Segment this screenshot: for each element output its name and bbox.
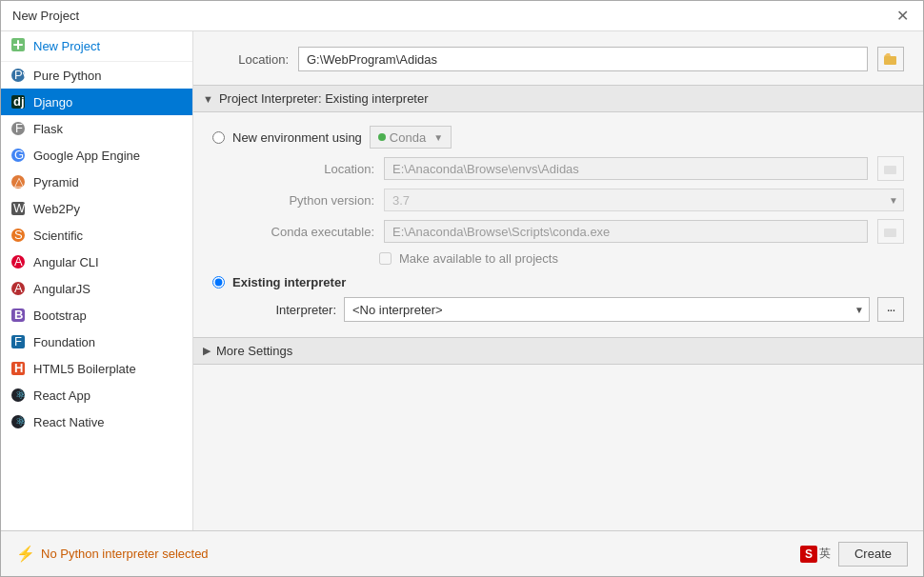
more-settings-arrow-icon: ▶ xyxy=(203,345,211,357)
pyramid-icon: △ xyxy=(10,174,26,189)
location-label: Location: xyxy=(212,52,289,67)
existing-interp-radio-row: Existing interpreter xyxy=(212,275,904,289)
sub-location-row: Location: xyxy=(241,156,904,181)
sidebar-item-google-app-engine[interactable]: G Google App Engine xyxy=(1,142,192,169)
new-project-item[interactable]: New Project xyxy=(1,31,192,62)
close-button[interactable]: ✕ xyxy=(893,7,912,26)
conda-exe-input xyxy=(384,220,868,243)
title-bar: New Project ✕ xyxy=(1,1,923,31)
svg-text:A: A xyxy=(14,281,23,295)
interpreter-select[interactable]: <No interpreter> xyxy=(344,297,870,322)
svg-rect-31 xyxy=(884,229,896,237)
sidebar-item-bootstrap[interactable]: B Bootstrap xyxy=(1,302,192,328)
foundation-icon: F xyxy=(10,334,26,349)
new-env-label[interactable]: New environment using xyxy=(232,130,362,145)
bootstrap-label: Bootstrap xyxy=(33,308,87,323)
section-collapse-arrow: ▼ xyxy=(203,93,213,105)
dialog: New Project ✕ New Project Py xyxy=(0,0,924,577)
make-available-row: Make available to all projects xyxy=(379,251,904,266)
bottom-right-area: S 英 Create xyxy=(800,542,908,567)
svg-text:H: H xyxy=(14,361,23,375)
scientific-label: Scientific xyxy=(33,229,83,243)
svg-text:S: S xyxy=(14,228,23,242)
svg-text:B: B xyxy=(14,308,23,322)
interpreter-select-row: Interpreter: <No interpreter> ▼ ··· xyxy=(241,297,904,322)
sidebar-item-foundation[interactable]: F Foundation xyxy=(1,328,192,355)
sidebar-item-pure-python[interactable]: Py Pure Python xyxy=(1,62,192,89)
flask-label: Flask xyxy=(33,122,63,136)
sogou-logo: S xyxy=(800,546,817,563)
python-version-row: Python version: 3.7 ▼ xyxy=(241,189,904,211)
existing-interp-radio[interactable] xyxy=(212,276,225,288)
svg-rect-30 xyxy=(884,166,896,174)
interpreter-section-header[interactable]: ▼ Project Interpreter: Existing interpre… xyxy=(193,85,923,112)
svg-text:W2: W2 xyxy=(13,201,26,215)
python-version-select-wrapper: 3.7 ▼ xyxy=(384,189,904,211)
svg-text:F: F xyxy=(15,121,23,135)
location-browse-button[interactable] xyxy=(877,47,904,71)
sidebar-item-web2py[interactable]: W2 Web2Py xyxy=(1,195,192,222)
python-version-label: Python version: xyxy=(241,193,374,208)
sidebar: New Project Py Pure Python dj xyxy=(1,31,193,530)
new-env-group: New environment using Conda ▼ Location: xyxy=(212,126,904,322)
svg-text:A: A xyxy=(14,254,23,269)
new-env-subform: Location: Python version: 3.7 xyxy=(241,156,904,266)
web2py-label: Web2Py xyxy=(33,202,80,216)
web2py-icon: W2 xyxy=(10,201,26,216)
angularjs-label: AngularJS xyxy=(33,282,90,296)
html5-boilerplate-icon: H xyxy=(10,361,26,376)
dialog-title: New Project xyxy=(12,9,79,23)
sidebar-item-react-app[interactable]: ⚛ React App xyxy=(1,382,192,408)
pure-python-label: Pure Python xyxy=(33,69,102,83)
interpreter-more-button[interactable]: ··· xyxy=(877,297,904,322)
svg-text:dj: dj xyxy=(13,94,25,109)
new-env-radio[interactable] xyxy=(212,131,225,144)
interpreter-label: Interpreter: xyxy=(241,303,336,317)
bootstrap-icon: B xyxy=(10,308,26,323)
conda-exe-browse-button xyxy=(877,219,904,244)
angular-cli-label: Angular CLI xyxy=(33,255,99,269)
location-input[interactable] xyxy=(298,47,868,71)
create-button[interactable]: Create xyxy=(838,542,908,567)
sidebar-item-react-native[interactable]: ⚛ React Native xyxy=(1,408,192,435)
google-app-engine-icon: G xyxy=(10,148,26,163)
sub-location-input xyxy=(384,157,868,180)
conda-exe-label: Conda executable: xyxy=(241,225,374,239)
sidebar-item-django[interactable]: dj Django xyxy=(1,89,192,115)
new-project-label: New Project xyxy=(33,39,100,53)
svg-text:△: △ xyxy=(14,174,24,189)
existing-interp-label[interactable]: Existing interpreter xyxy=(232,275,346,289)
django-label: Django xyxy=(33,95,72,109)
sidebar-item-angularjs[interactable]: A AngularJS xyxy=(1,275,192,302)
foundation-label: Foundation xyxy=(33,335,95,349)
pyramid-label: Pyramid xyxy=(33,175,79,189)
conda-arrow-icon: ▼ xyxy=(433,132,443,143)
conda-dropdown[interactable]: Conda ▼ xyxy=(370,126,452,149)
more-settings-label: More Settings xyxy=(216,344,292,358)
sidebar-item-flask[interactable]: F Flask xyxy=(1,115,192,142)
sidebar-item-scientific[interactable]: S Scientific xyxy=(1,222,192,249)
svg-rect-29 xyxy=(884,56,896,65)
warning-text: No Python interpreter selected xyxy=(41,547,209,561)
more-settings-row[interactable]: ▶ More Settings xyxy=(193,337,923,365)
svg-text:⚛: ⚛ xyxy=(15,414,27,428)
sidebar-item-pyramid[interactable]: △ Pyramid xyxy=(1,169,192,195)
existing-interp-section: Existing interpreter Interpreter: <No in… xyxy=(212,275,904,322)
warning-row: ⚡ No Python interpreter selected xyxy=(16,545,209,563)
sogou-badge: S 英 xyxy=(800,546,831,563)
conda-dot-icon xyxy=(378,133,386,141)
interpreter-select-wrapper: <No interpreter> ▼ xyxy=(344,297,870,322)
sidebar-item-angular-cli[interactable]: A Angular CLI xyxy=(1,249,192,275)
react-native-label: React Native xyxy=(33,415,104,429)
svg-text:G: G xyxy=(14,148,24,162)
conda-exe-row: Conda executable: xyxy=(241,219,904,244)
react-app-label: React App xyxy=(33,388,90,403)
main-panel: Location: ▼ Project Interpreter: Existin… xyxy=(193,31,923,530)
make-available-checkbox xyxy=(379,252,392,265)
svg-text:F: F xyxy=(14,334,22,348)
react-native-icon: ⚛ xyxy=(10,414,26,429)
django-icon: dj xyxy=(10,94,26,109)
make-available-label: Make available to all projects xyxy=(399,251,558,266)
angular-cli-icon: A xyxy=(10,254,26,269)
sidebar-item-html5-boilerplate[interactable]: H HTML5 Boilerplate xyxy=(1,355,192,382)
